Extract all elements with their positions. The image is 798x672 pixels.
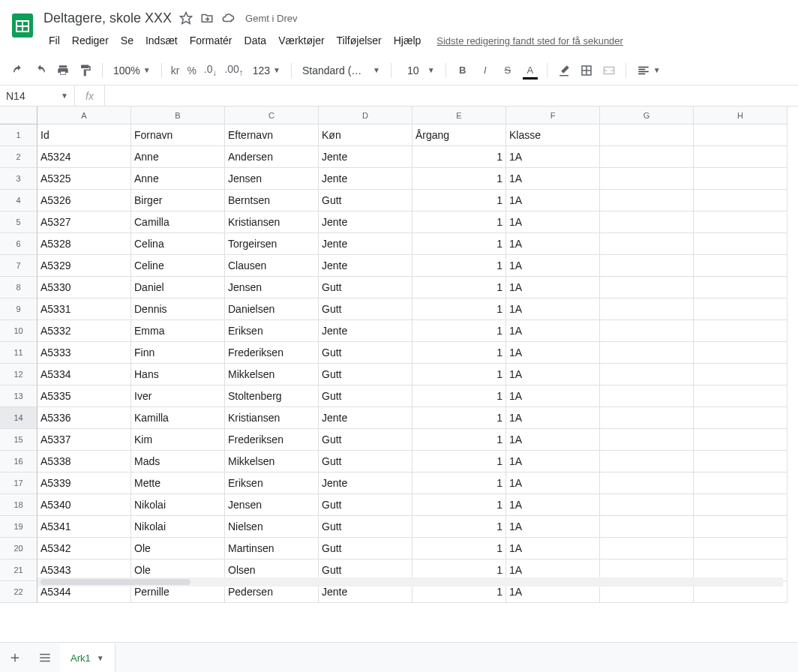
decrease-decimals-button[interactable]: .0↓ [201,63,220,77]
borders-button[interactable] [576,60,597,81]
cell[interactable]: Anne [131,168,225,190]
row-header[interactable]: 18 [0,494,38,516]
cell[interactable]: 1 [412,364,506,386]
row-header[interactable]: 21 [0,560,38,581]
cell[interactable]: 1 [412,386,506,407]
cell[interactable]: Gutt [319,538,412,560]
cell[interactable]: Celina [131,233,225,255]
row-header[interactable]: 1 [0,124,38,146]
cell[interactable] [694,472,788,494]
cell[interactable]: Celine [131,255,225,277]
menu-item[interactable]: Hjælp [388,32,427,50]
cell[interactable]: Frederiksen [225,429,319,451]
increase-decimals-button[interactable]: .00↑ [221,63,246,77]
cell[interactable]: Gutt [319,364,412,386]
cell[interactable]: Mads [131,451,225,472]
cell[interactable]: 1 [412,494,506,516]
cell[interactable]: A5332 [38,320,131,342]
cell[interactable]: 1A [506,407,600,429]
cell[interactable]: Mikkelsen [225,451,319,472]
cell[interactable]: Gutt [319,451,412,472]
column-header[interactable]: D [319,106,412,124]
cell[interactable] [600,168,694,190]
cell[interactable]: 1 [412,429,506,451]
row-header[interactable]: 22 [0,581,38,603]
cell[interactable]: A5338 [38,451,131,472]
align-select[interactable]: ▼ [632,62,665,80]
menu-item[interactable]: Værktøjer [273,32,329,50]
cell[interactable]: Berntsen [225,190,319,212]
cell[interactable]: A5337 [38,429,131,451]
cell[interactable]: Jente [319,407,412,429]
cell[interactable]: 1A [506,451,600,472]
cell[interactable]: Id [38,124,131,146]
cell[interactable]: A5325 [38,168,131,190]
row-header[interactable]: 12 [0,364,38,386]
column-header[interactable]: C [225,106,319,124]
cell[interactable] [600,212,694,233]
cell[interactable] [694,212,788,233]
cell[interactable]: A5342 [38,538,131,560]
cell[interactable]: Anne [131,146,225,168]
cell[interactable]: Jensen [225,168,319,190]
doc-title[interactable]: Deltagere, skole XXX [44,10,172,26]
cell[interactable]: Jente [319,212,412,233]
cell[interactable]: Klasse [506,124,600,146]
column-header[interactable]: E [412,106,506,124]
cell[interactable]: 1 [412,516,506,538]
menu-item[interactable]: Rediger [67,32,114,50]
cell[interactable]: 1 [412,190,506,212]
zoom-select[interactable]: 100%▼ [109,62,155,80]
cell[interactable]: 1 [412,342,506,364]
italic-button[interactable]: I [475,60,496,81]
cell[interactable]: 1 [412,168,506,190]
cell[interactable]: A5336 [38,407,131,429]
last-edit-link[interactable]: Sidste redigering fandt sted for få seku… [436,35,623,46]
cell[interactable] [600,386,694,407]
cell[interactable] [600,407,694,429]
cell[interactable]: A5327 [38,212,131,233]
cell[interactable] [600,429,694,451]
cell[interactable] [694,146,788,168]
cell[interactable]: Kamilla [131,407,225,429]
text-color-button[interactable]: A [520,60,541,81]
cell[interactable]: Gutt [319,342,412,364]
menu-item[interactable]: Fil [44,32,65,50]
cell[interactable]: 1A [506,472,600,494]
cell[interactable]: A5331 [38,298,131,320]
row-header[interactable]: 19 [0,516,38,538]
cell[interactable] [600,277,694,298]
cell[interactable]: A5340 [38,494,131,516]
menu-item[interactable]: Se [116,32,139,50]
menu-item[interactable]: Data [239,32,272,50]
cell[interactable] [600,255,694,277]
cell[interactable] [600,298,694,320]
row-header[interactable]: 2 [0,146,38,168]
cell[interactable] [694,255,788,277]
cell[interactable] [694,364,788,386]
column-header[interactable]: G [600,106,694,124]
cell[interactable]: 1 [412,472,506,494]
cell[interactable] [694,342,788,364]
cell[interactable]: Jensen [225,277,319,298]
undo-button[interactable] [8,60,28,81]
sheet-tab[interactable]: Ark1▼ [60,644,116,672]
cell[interactable]: Daniel [131,277,225,298]
cell[interactable]: Mikkelsen [225,364,319,386]
cell[interactable]: Gutt [319,298,412,320]
row-header[interactable]: 7 [0,255,38,277]
cell[interactable]: Jente [319,233,412,255]
cell[interactable]: 1 [412,233,506,255]
cell[interactable] [600,516,694,538]
cell[interactable]: Nikolai [131,494,225,516]
row-header[interactable]: 20 [0,538,38,560]
cell[interactable]: 1 [412,538,506,560]
cell[interactable] [694,386,788,407]
cell[interactable]: Stoltenberg [225,386,319,407]
cell[interactable] [694,168,788,190]
cell[interactable]: 1A [506,320,600,342]
cell[interactable]: A5341 [38,516,131,538]
cell[interactable]: 1A [506,277,600,298]
cell[interactable] [600,451,694,472]
cell[interactable]: Kristiansen [225,407,319,429]
